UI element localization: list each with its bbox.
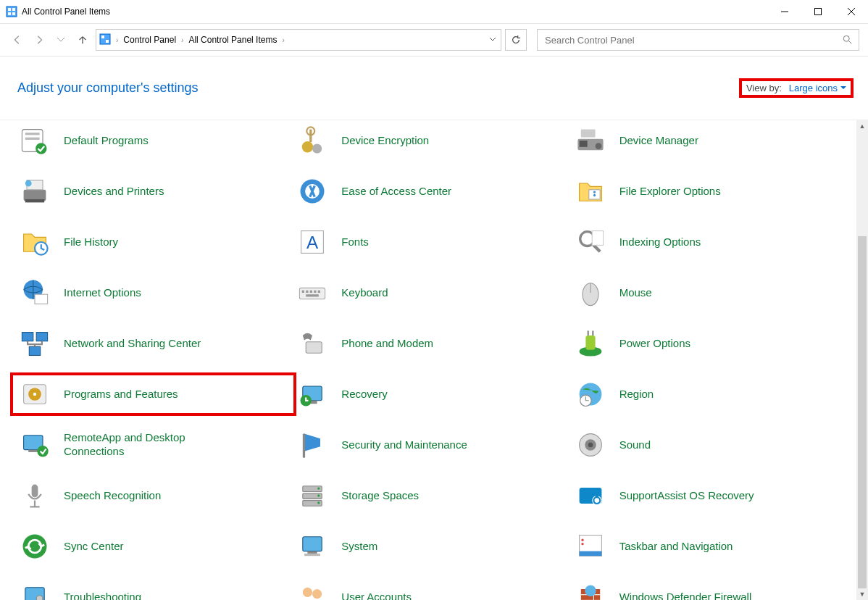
cpl-icon	[296, 277, 328, 309]
svg-rect-48	[306, 294, 320, 296]
svg-rect-68	[28, 450, 38, 452]
cpl-item-ease-of-access-center[interactable]: Ease of Access Center	[292, 174, 569, 209]
cpl-item-programs-and-features[interactable]: Programs and Features	[14, 377, 292, 412]
cpl-item-file-explorer-options[interactable]: File Explorer Options	[570, 174, 848, 209]
breadcrumb-current[interactable]: All Control Panel Items	[185, 35, 280, 45]
cpl-item-sound[interactable]: Sound	[570, 428, 848, 462]
cpl-label: Region	[619, 388, 654, 401]
breadcrumb-root[interactable]: Control Panel	[120, 35, 179, 45]
cpl-item-internet-options[interactable]: Internet Options	[14, 275, 292, 310]
cpl-item-windows-defender-firewall[interactable]: Windows Defender Firewall	[570, 580, 848, 600]
cpl-label: Windows Defender Firewall	[619, 591, 752, 600]
cpl-item-devices-and-printers[interactable]: Devices and Printers	[14, 174, 292, 209]
cpl-item-troubleshooting[interactable]: Troubleshooting	[14, 580, 292, 600]
chevron-right-icon[interactable]: ›	[280, 36, 286, 44]
svg-point-97	[36, 596, 43, 600]
view-by-value[interactable]: Large icons	[789, 83, 846, 93]
cpl-label: Storage Spaces	[341, 489, 419, 503]
cpl-icon	[296, 125, 328, 157]
cpl-icon	[19, 378, 51, 410]
back-button[interactable]	[9, 31, 26, 49]
cpl-label: Network and Sharing Center	[64, 337, 201, 351]
cpl-item-recovery[interactable]: Recovery	[292, 377, 569, 412]
cpl-item-mouse[interactable]: Mouse	[570, 275, 848, 310]
svg-point-28	[25, 180, 32, 187]
svg-rect-11	[106, 40, 109, 43]
cpl-label: RemoteApp and Desktop Connections	[64, 431, 216, 459]
search-input[interactable]	[543, 30, 838, 50]
cpl-label: Device Manager	[619, 134, 698, 148]
cpl-item-network-and-sharing-center[interactable]: Network and Sharing Center	[14, 326, 292, 361]
svg-rect-2	[12, 8, 15, 11]
svg-point-73	[588, 443, 593, 448]
cpl-item-storage-spaces[interactable]: Storage Spaces	[292, 478, 569, 513]
chevron-right-icon[interactable]: ›	[179, 36, 185, 44]
cpl-item-taskbar-and-navigation[interactable]: Taskbar and Navigation	[570, 529, 848, 564]
svg-point-12	[843, 36, 849, 41]
svg-rect-22	[579, 141, 587, 147]
close-button[interactable]	[835, 0, 868, 23]
cpl-label: Programs and Features	[64, 388, 178, 401]
cpl-item-default-programs[interactable]: Default Programs	[14, 123, 292, 158]
cpl-item-speech-recognition[interactable]: Speech Recognition	[14, 478, 292, 513]
cpl-label: Recovery	[341, 388, 387, 401]
cpl-item-remoteapp-and-desktop-connections[interactable]: RemoteApp and Desktop Connections	[14, 428, 292, 462]
cpl-icon	[296, 429, 328, 461]
maximize-button[interactable]	[801, 0, 835, 23]
svg-rect-6	[815, 9, 822, 15]
search-icon[interactable]	[843, 35, 853, 47]
svg-point-61	[33, 393, 36, 396]
svg-rect-92	[579, 551, 601, 557]
cpl-item-supportassist-os-recovery[interactable]: SupportAssist OS Recovery	[570, 478, 848, 513]
cpl-icon	[19, 480, 51, 512]
recent-locations-button[interactable]	[52, 31, 70, 49]
cpl-icon	[19, 581, 51, 600]
cpl-item-indexing-options[interactable]: Indexing Options	[570, 225, 848, 259]
content-area: Default ProgramsDevice EncryptionDevice …	[0, 120, 856, 600]
cpl-item-fonts[interactable]: AFonts	[292, 225, 569, 259]
svg-rect-39	[592, 231, 603, 246]
cpl-label: Devices and Printers	[64, 185, 164, 199]
svg-rect-70	[303, 434, 305, 458]
cpl-item-security-and-maintenance[interactable]: Security and Maintenance	[292, 428, 569, 462]
view-by-selector[interactable]: View by: Large icons	[739, 78, 854, 98]
address-bar[interactable]: › Control Panel › All Control Panel Item…	[96, 29, 501, 51]
refresh-button[interactable]	[505, 29, 527, 51]
cpl-label: Troubleshooting	[64, 591, 141, 600]
svg-point-20	[312, 143, 322, 153]
cpl-item-keyboard[interactable]: Keyboard	[292, 275, 569, 310]
cpl-item-file-history[interactable]: File History	[14, 225, 292, 259]
title-bar: All Control Panel Items	[0, 0, 868, 24]
cpl-item-device-encryption[interactable]: Device Encryption	[292, 123, 569, 158]
vertical-scrollbar[interactable]: ▲ ▼	[856, 120, 868, 600]
cpl-icon	[575, 175, 606, 207]
forward-button[interactable]	[30, 31, 48, 49]
chevron-right-icon[interactable]: ›	[114, 36, 120, 44]
cpl-item-device-manager[interactable]: Device Manager	[570, 123, 848, 158]
cpl-label: Ease of Access Center	[341, 185, 451, 199]
up-button[interactable]	[74, 31, 91, 49]
svg-point-80	[317, 487, 320, 489]
cpl-icon	[296, 378, 328, 410]
scroll-thumb[interactable]	[858, 236, 867, 588]
cpl-icon	[575, 226, 606, 258]
scroll-up-button[interactable]: ▲	[856, 120, 868, 132]
page-title: Adjust your computer's settings	[17, 80, 199, 96]
cpl-icon	[575, 530, 606, 562]
cpl-label: File Explorer Options	[619, 185, 721, 199]
cpl-icon	[19, 429, 51, 461]
cpl-item-region[interactable]: Region	[570, 377, 848, 412]
cpl-item-system[interactable]: System	[292, 529, 569, 564]
scroll-down-button[interactable]: ▼	[856, 588, 868, 600]
cpl-item-phone-and-modem[interactable]: Phone and Modem	[292, 326, 569, 361]
search-box[interactable]	[537, 29, 859, 51]
address-dropdown-icon[interactable]	[489, 35, 496, 45]
cpl-item-power-options[interactable]: Power Options	[570, 326, 848, 361]
cpl-item-sync-center[interactable]: Sync Center	[14, 529, 292, 564]
cpl-item-user-accounts[interactable]: User Accounts	[292, 580, 569, 600]
svg-rect-15	[25, 133, 40, 135]
cpl-label: Default Programs	[64, 134, 149, 148]
minimize-button[interactable]	[768, 0, 801, 23]
cpl-icon	[296, 480, 328, 512]
svg-point-69	[37, 446, 48, 457]
